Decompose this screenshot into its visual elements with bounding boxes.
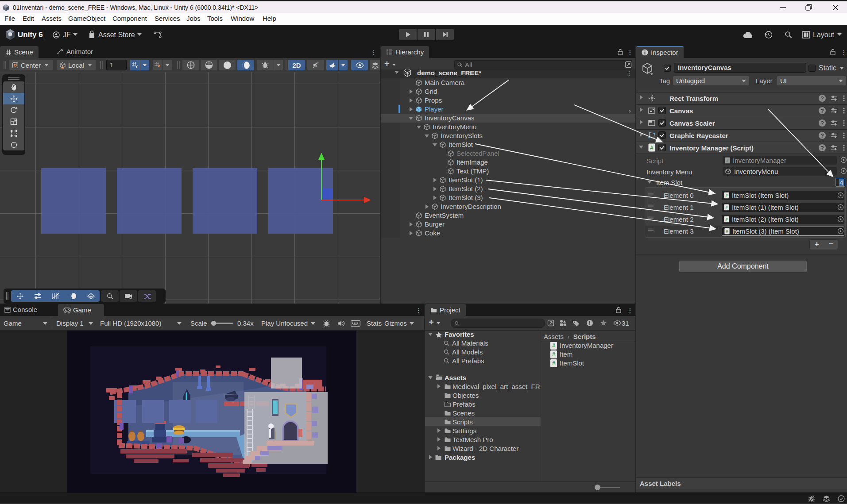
svg-text:Settings: Settings [453,427,476,435]
svg-text:Medieval_pixel_art_asset_FR: Medieval_pixel_art_asset_FR [453,383,540,390]
svg-text:#: # [725,217,728,222]
svg-text:Assets: Assets [445,374,466,381]
svg-text:#: # [726,229,728,234]
svg-text:Packages: Packages [445,454,475,461]
svg-text:#: # [725,205,728,210]
svg-text:?: ? [820,95,824,102]
svg-text:Y: Y [135,65,138,69]
svg-text:#: # [725,193,728,198]
svg-text:InventoryManager: InventoryManager [560,342,613,349]
svg-text:#: # [726,158,729,162]
svg-text:Wizard - 2D Character: Wizard - 2D Character [453,445,518,452]
svg-text:Prefabs: Prefabs [453,400,476,408]
svg-text:#: # [650,144,654,151]
svg-text:Scripts: Scripts [453,418,473,426]
svg-text:#: # [552,342,555,349]
svg-text:Objectes: Objectes [453,392,479,399]
svg-text:All Models: All Models [452,348,483,356]
svg-text:TextMesh Pro: TextMesh Pro [453,436,493,443]
svg-text:All Materials: All Materials [452,339,488,347]
svg-text:ItemSlot: ItemSlot [560,359,584,367]
svg-text:All Prefabs: All Prefabs [452,357,484,365]
svg-text:Favorites: Favorites [445,331,474,338]
svg-text:Item: Item [560,350,572,358]
svg-text:Scenes: Scenes [453,409,475,417]
